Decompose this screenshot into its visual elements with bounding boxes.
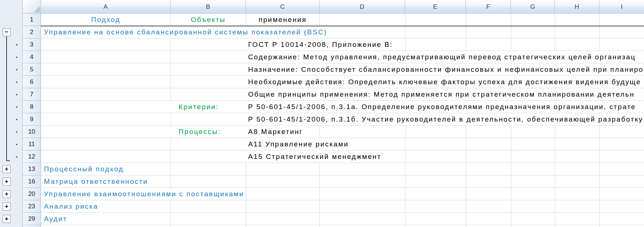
column-header-H[interactable]: H [555,0,599,13]
cell-B8[interactable]: Критерии: [171,101,219,113]
outline-level2-dot [16,69,17,70]
gridline-horizontal [41,187,644,188]
cell-A1[interactable]: Подход [41,14,171,26]
outline-bracket-foot [6,160,10,161]
outline-level2-dot [16,119,17,120]
cell-C7[interactable]: Общие принципы применения: Метод применя… [246,89,644,100]
gridline-horizontal [41,163,644,163]
cell-A23[interactable]: Анализ риска [41,201,98,212]
expand-group-button-row-16[interactable]: + [3,178,11,186]
cell-A16[interactable]: Матрица ответственности [41,176,148,187]
cell-C5[interactable]: Назначение: Способствует сбалансированно… [246,64,644,75]
cell-C4[interactable]: Содержание: Метод управления, предусматр… [246,51,644,63]
cell-C9[interactable]: Р 50-601-45/1-2006, п.3.1б. Участие руко… [246,114,644,125]
select-all-button[interactable] [23,0,41,13]
gridline-horizontal [41,212,644,213]
gridline-horizontal [41,88,644,88]
column-header-I[interactable]: I [599,0,644,13]
row-header-7[interactable]: 7 [23,88,41,101]
outline-level2-dot [16,57,17,58]
expand-group-button-row-29[interactable]: + [3,215,11,223]
row-header-20[interactable]: 20 [23,188,41,200]
cell-C6[interactable]: Необходимые действия: Определить ключевы… [246,76,644,88]
expand-group-button-row-20[interactable]: + [3,190,11,198]
column-header-B[interactable]: B [171,0,246,13]
column-header-C[interactable]: C [246,0,319,13]
row-header-23[interactable]: 23 [23,200,41,213]
gridline-horizontal [41,200,644,200]
row-header-9[interactable]: 9 [23,113,41,126]
gridline-horizontal [41,113,644,113]
expand-group-button-row-23[interactable]: + [3,202,11,211]
gridline-horizontal [41,63,644,63]
row-header-6[interactable]: 6 [23,76,41,88]
column-header-A[interactable]: A [41,0,171,13]
gridline-horizontal [41,150,644,150]
gridline-horizontal [41,175,644,175]
gridline-horizontal [41,125,644,126]
row-header-12[interactable]: 12 [23,150,41,163]
column-header-D[interactable]: D [319,0,405,13]
collapse-group-button-row-2[interactable]: − [3,28,11,36]
cell-A29[interactable]: Аудит [41,213,67,225]
gridline-horizontal [41,51,644,51]
column-header-G[interactable]: G [511,0,555,13]
cell-C11[interactable]: А11 Управление рисками [246,138,349,150]
outline-bracket-line [6,36,7,161]
row-header-1[interactable]: 1 [23,14,41,26]
row-header-13[interactable]: 13 [23,163,41,175]
cell-C12[interactable]: А15 Стратегический менеджмент [246,151,381,163]
row-header-4[interactable]: 4 [23,51,41,63]
cell-B10[interactable]: Процессы: [171,126,221,138]
row-header-2[interactable]: 2 [23,26,41,38]
outline-level2-dot [16,144,17,145]
row-header-3[interactable]: 3 [23,38,41,51]
cell-C1[interactable]: применения [246,14,319,26]
cell-C3[interactable]: ГОСТ Р 10014-2008, Приложение В: [246,39,393,51]
gridline-horizontal [41,100,644,101]
column-header-F[interactable]: F [466,0,511,13]
row-header-29[interactable]: 29 [23,213,41,225]
gridline-horizontal [41,138,644,138]
outline-level2-dot [16,82,17,83]
row-header-8[interactable]: 8 [23,101,41,113]
gridline-horizontal [41,75,644,76]
outline-level2-dot [16,131,17,133]
gridline-horizontal [41,225,644,225]
cell-A13[interactable]: Процессный подход [41,163,124,175]
outline-level2-dot [16,44,17,45]
row-header-10[interactable]: 10 [23,126,41,138]
cell-A2[interactable]: Управление на основе сбалансированной си… [41,26,327,38]
gridline-horizontal [41,38,644,38]
outline-level2-dot [16,107,17,108]
expand-group-button-row-13[interactable]: + [3,165,11,173]
cell-B1[interactable]: Объекты [171,14,246,26]
row-header-5[interactable]: 5 [23,63,41,76]
cell-A20[interactable]: Управление взаимоотношениями с поставщик… [41,188,244,200]
cell-C10[interactable]: А8 Маркетинг [246,126,303,138]
row-header-16[interactable]: 16 [23,175,41,188]
column-header-E[interactable]: E [405,0,466,13]
cell-C8[interactable]: Р 50-601-45/1-2006, п.3.1а. Определение … [246,101,644,113]
outline-level2-dot [16,156,17,157]
select-all-triangle-icon [34,6,40,12]
outline-level2-dot [16,94,17,95]
spreadsheet: 12ABCDEFGHI1ПодходОбъектыприменения2−Упр… [0,0,644,227]
row-header-11[interactable]: 11 [23,138,41,150]
